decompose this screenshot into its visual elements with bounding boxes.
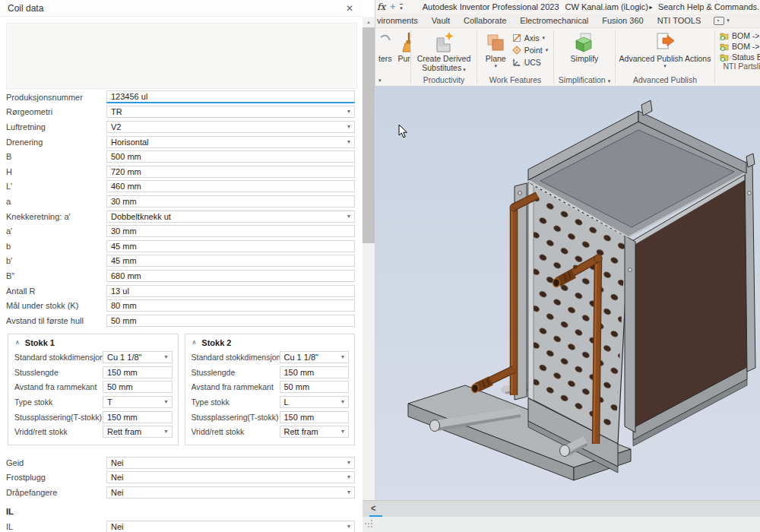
tab-electromechanical[interactable]: Electromechanical — [513, 16, 595, 25]
field-input[interactable]: 45 mm — [106, 240, 355, 252]
field-label: Type stokk — [192, 397, 280, 407]
field-input[interactable]: 50 mm — [103, 381, 173, 393]
point-button[interactable]: Point ▾ — [512, 46, 548, 55]
field-dropdown[interactable]: Nei▾ — [106, 471, 355, 483]
field-label: Standard stokkdimensjon — [14, 353, 103, 362]
model-viewport[interactable] — [375, 87, 760, 501]
field-dropdown[interactable]: T▾ — [103, 396, 173, 408]
field-dropdown[interactable]: Nei▾ — [106, 486, 355, 499]
field-dropdown[interactable]: Rett fram▾ — [103, 426, 173, 438]
field-dropdown[interactable]: L▾ — [280, 396, 350, 408]
field-input[interactable]: 460 mm — [106, 180, 355, 192]
tab-collaborate[interactable]: Collaborate — [457, 16, 513, 25]
advanced-publish-actions-button[interactable]: Advanced Publish Actions ▾ — [616, 30, 714, 69]
field-input[interactable]: 13 ul — [106, 285, 355, 297]
field-input[interactable]: 123456 ul — [106, 90, 355, 103]
dialog-titlebar[interactable]: Coil data ✕ — [0, 0, 363, 17]
field-dropdown[interactable]: Cu 1 1/8"▾ — [280, 351, 350, 363]
ribbon-appearance-toggle[interactable]: ▾ — [714, 17, 730, 25]
dialog-title: Coil data — [8, 3, 43, 14]
field-input[interactable]: 30 mm — [106, 225, 355, 237]
parameters-button-cut[interactable]: ters — [375, 30, 395, 65]
field-dropdown[interactable]: V2▾ — [106, 121, 355, 133]
field-label: Knekkeretning: a' — [6, 212, 106, 221]
field-value: TR — [111, 107, 122, 116]
stokk2-header[interactable]: ∧ Stokk 2 — [185, 335, 355, 350]
scrollbar-thumb[interactable] — [363, 27, 375, 243]
field-input[interactable]: 45 mm — [106, 255, 355, 267]
tab-environments[interactable]: vironments — [375, 16, 425, 25]
field-dropdown[interactable]: Cu 1 1/8"▾ — [103, 351, 173, 363]
form-field-row: L'460 mm — [0, 179, 363, 195]
field-value: 150 mm — [284, 413, 315, 422]
field-value: T — [107, 397, 112, 407]
group-label-advanced-publish[interactable]: Advanced Publish — [616, 75, 714, 86]
scrollbar-up-icon[interactable]: ▲ — [363, 17, 375, 27]
field-input[interactable]: 50 mm — [280, 381, 350, 393]
field-dropdown[interactable]: Nei▾ — [106, 521, 355, 532]
field-input[interactable]: 150 mm — [103, 411, 173, 423]
field-label: Drenering — [6, 138, 106, 147]
search-flyout-icon[interactable]: ► — [648, 5, 654, 10]
panel-group-caret[interactable]: ▾ — [375, 75, 410, 86]
bom-export-button-1[interactable]: BOM -> — [720, 31, 760, 40]
group-label-simplification[interactable]: Simplification ▾ — [554, 75, 615, 86]
plane-button[interactable]: Plane ▾ — [483, 30, 509, 69]
form-field-row: Avstand til første hull50 mm — [0, 313, 363, 328]
field-input[interactable]: 680 mm — [106, 270, 355, 282]
field-label: Avstand til første hull — [6, 316, 106, 325]
browser-dock-bar[interactable]: < — [363, 500, 760, 518]
field-input[interactable]: 50 mm — [106, 315, 355, 327]
field-dropdown[interactable]: Dobbeltknekk ut▾ — [106, 211, 355, 223]
field-value: 720 mm — [111, 167, 141, 176]
parameters-fx-icon[interactable]: fx — [377, 2, 385, 12]
status-bom-button[interactable]: Status BO — [720, 52, 760, 62]
field-label: Geid — [6, 458, 106, 467]
chevron-down-icon: ▾ — [347, 489, 350, 496]
field-input[interactable]: 80 mm — [106, 299, 355, 312]
group-label-work-features[interactable]: Work Features — [477, 75, 553, 86]
field-label: b — [6, 242, 106, 251]
form-field-row: Type stokkT▾ — [8, 394, 178, 410]
field-input[interactable]: 150 mm — [280, 411, 350, 423]
field-input[interactable]: 720 mm — [106, 166, 355, 178]
ucs-button[interactable]: UCS — [512, 58, 548, 67]
form-field-row: DråpefangereNei▾ — [0, 485, 363, 500]
qat-customize-icon[interactable]: ▾ — [400, 4, 403, 11]
form-field-row: B500 mm — [0, 149, 363, 164]
create-derived-substitutes-button[interactable]: Create Derived Substitutes ▾ — [414, 30, 474, 73]
field-value: 50 mm — [111, 316, 137, 325]
advanced-publish-icon — [654, 31, 676, 54]
close-icon[interactable]: ✕ — [344, 3, 355, 14]
dialog-scrollbar[interactable]: ▲ — [363, 17, 375, 500]
field-input[interactable]: 150 mm — [103, 366, 173, 378]
plane-icon — [486, 33, 505, 52]
field-dropdown[interactable]: TR▾ — [106, 106, 355, 118]
field-label: H — [6, 167, 106, 176]
tab-nti-tools[interactable]: NTI TOOLS — [651, 16, 708, 25]
bom-export-button-2[interactable]: BOM -> — [720, 42, 760, 51]
simplify-button[interactable]: Simplify — [568, 30, 602, 65]
search-box[interactable]: ► Search Help & Commands... — [648, 2, 760, 11]
tab-vault[interactable]: Vault — [425, 16, 457, 25]
form-field-row: ILNei▾ — [0, 519, 363, 532]
tab-fusion360[interactable]: Fusion 360 — [595, 16, 650, 25]
stokk1-header[interactable]: ∧ Stokk 1 — [8, 335, 178, 350]
field-dropdown[interactable]: Nei▾ — [106, 457, 355, 469]
field-dropdown[interactable]: Horisontal▾ — [106, 136, 355, 148]
field-label: Vridd/rett stokk — [14, 427, 103, 436]
field-dropdown[interactable]: Rett fram▾ — [280, 426, 350, 438]
field-input[interactable]: 30 mm — [106, 195, 355, 207]
option-fields: GeidNei▾FrostpluggNei▾DråpefangereNei▾ — [0, 455, 363, 500]
field-value: Nei — [111, 458, 124, 467]
group-label-nti-partslist[interactable]: NTI Partsli — [715, 62, 760, 72]
drain-pipe-2-cap — [560, 445, 570, 457]
purge-button[interactable]: Purge — [395, 30, 410, 65]
axis-button[interactable]: Axis ▾ — [512, 33, 548, 43]
field-value: Nei — [111, 488, 124, 497]
group-label-productivity[interactable]: Productivity — [411, 75, 477, 86]
field-input[interactable]: 150 mm — [280, 366, 350, 378]
field-input[interactable]: 500 mm — [106, 150, 355, 163]
add-icon[interactable]: + — [390, 2, 395, 12]
collapse-panel-icon[interactable]: < — [371, 502, 375, 513]
